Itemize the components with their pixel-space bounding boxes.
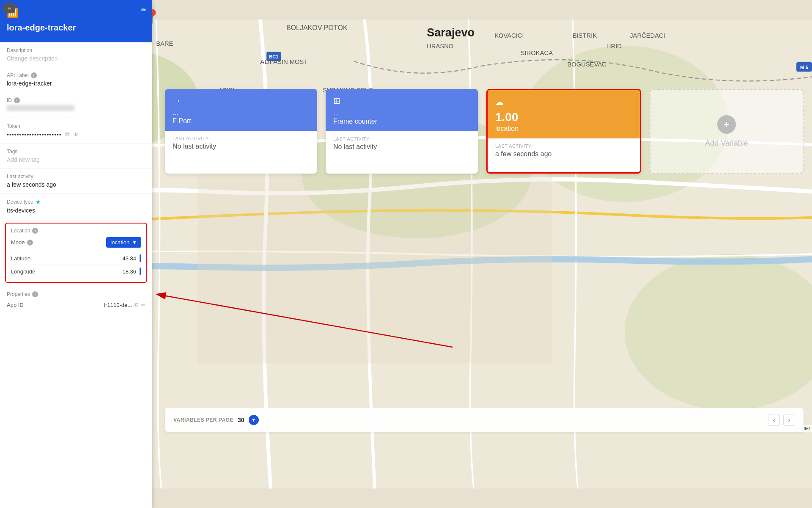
frame-counter-card-body: Last activity: No last activity (326, 131, 478, 156)
svg-text:BARE: BARE (156, 40, 173, 47)
cards-row: → ... F Port Last activity: No last acti… (165, 89, 804, 174)
token-row: •••••••••••••••••••••• ⧉ 👁 (7, 131, 145, 138)
minimize-button[interactable]: ≡ (3, 3, 15, 13)
location-section: Location i Mode i location ▼ Latitude 43… (5, 223, 147, 283)
id-field: ID i (0, 92, 152, 118)
id-label: ID i (7, 97, 145, 103)
mode-info-icon[interactable]: i (27, 240, 33, 246)
location-card-header: ☁ 1.00 location (488, 90, 640, 138)
last-activity-value: a few seconds ago (7, 181, 145, 188)
add-variable-label: Add Variable (705, 139, 748, 148)
fport-card[interactable]: → ... F Port Last activity: No last acti… (165, 89, 317, 174)
location-activity-label: Last activity: (495, 144, 632, 149)
api-label-info-icon[interactable]: i (31, 72, 37, 78)
location-cloud-icon: ☁ (495, 97, 632, 107)
latitude-bar (140, 254, 141, 262)
longitude-bar (140, 268, 141, 275)
svg-text:ALIPASIN MOST: ALIPASIN MOST (260, 58, 307, 65)
api-label-label: API Label i (7, 72, 145, 78)
eye-icon[interactable]: 👁 (73, 131, 79, 138)
frame-counter-dots: ... (333, 109, 470, 117)
per-page-chevron-icon[interactable]: ▼ (249, 415, 259, 425)
id-value-blurred (7, 105, 74, 111)
last-activity-label: Last activity (7, 174, 145, 179)
copy-icon[interactable]: ⧉ (65, 131, 69, 138)
fport-card-header: → ... F Port (165, 89, 317, 131)
app-id-value: lr1110-de... ⧉ ✏ (104, 301, 145, 308)
frame-counter-title: Frame counter (333, 118, 470, 125)
location-activity-value: a few seconds ago (495, 150, 632, 158)
svg-text:BOGUŚEVAC: BOGUŚEVAC (568, 61, 607, 68)
location-card-value: 1.00 (495, 110, 632, 124)
device-type-value: tts-devices (7, 207, 145, 214)
add-tag-input[interactable]: Add new tag (7, 156, 145, 163)
location-info-icon[interactable]: i (32, 228, 38, 234)
fport-activity-value: No last activity (173, 143, 310, 150)
id-info-icon[interactable]: i (14, 97, 20, 103)
fport-title: F Port (173, 117, 310, 125)
sidebar-body: Description Change description API Label… (0, 42, 152, 316)
fport-dots: ... (173, 109, 310, 116)
device-type-label: Device type ★ (7, 199, 145, 205)
svg-text:JARČEDACI: JARČEDACI (630, 32, 665, 39)
svg-text:M-5: M-5 (800, 65, 808, 70)
app-id-copy-icon[interactable]: ⧉ (134, 301, 138, 308)
description-label: Description (7, 47, 145, 53)
properties-info-icon[interactable]: i (32, 291, 38, 297)
location-card-body: Last activity: a few seconds ago (488, 138, 640, 163)
location-mode-label: Mode i (11, 239, 33, 246)
svg-rect-7 (198, 166, 552, 364)
wifi-icon: 📶 (7, 8, 145, 19)
edit-icon[interactable]: ✏ (141, 6, 146, 14)
token-field: Token •••••••••••••••••••••• ⧉ 👁 (0, 118, 152, 144)
latitude-label: Latitude (11, 255, 30, 262)
pagination-prev-button[interactable]: ‹ (768, 414, 780, 426)
properties-label: Properties i (7, 291, 145, 297)
token-label: Token (7, 123, 145, 129)
fport-activity-label: Last activity: (173, 136, 310, 141)
location-mode-row: Mode i location ▼ (11, 237, 141, 248)
frame-counter-card[interactable]: ⊞ ... Frame counter Last activity: No la… (326, 89, 478, 174)
description-placeholder[interactable]: Change description (7, 55, 145, 62)
pagination-next-button[interactable]: › (783, 414, 795, 426)
fport-icon: → (173, 96, 310, 105)
latitude-value: 43.84 (122, 254, 141, 262)
properties-field: Properties i App ID lr1110-de... ⧉ ✏ (0, 286, 152, 316)
device-name: lora-edge-tracker (7, 23, 145, 33)
location-card[interactable]: ☁ 1.00 location Last activity: a few sec… (486, 89, 641, 174)
location-section-label: Location i (11, 228, 141, 234)
device-type-star-icon: ★ (36, 199, 41, 205)
app-id-row: App ID lr1110-de... ⧉ ✏ (7, 299, 145, 311)
pagination-bar: VARIABLES PER PAGE 30 ▼ ‹ › (165, 408, 804, 432)
svg-text:KOVACICI: KOVACICI (494, 32, 524, 39)
per-page-section: VARIABLES PER PAGE 30 ▼ (173, 415, 259, 425)
svg-text:Sarajevo: Sarajevo (427, 26, 475, 39)
sidebar: 📶 ✏ lora-edge-tracker Description Change… (0, 0, 152, 508)
fport-card-body: Last activity: No last activity (165, 131, 317, 155)
frame-counter-card-header: ⊞ ... Frame counter (326, 89, 478, 131)
app-id-edit-icon[interactable]: ✏ (141, 302, 145, 308)
tags-field: Tags Add new tag (0, 144, 152, 168)
location-mode-dropdown[interactable]: location ▼ (106, 237, 141, 248)
per-page-value: 30 (238, 417, 244, 423)
frame-counter-activity-value: No last activity (333, 143, 470, 151)
app-id-label: App ID (7, 302, 24, 308)
per-page-label: VARIABLES PER PAGE (173, 417, 233, 423)
frame-counter-activity-label: Last activity: (333, 136, 470, 141)
longitude-label: Longitude (11, 268, 35, 275)
token-dots: •••••••••••••••••••••• (7, 131, 62, 138)
longitude-row: Longitude 18.36 (11, 265, 141, 278)
api-label-value: lora-edge-tracker (7, 80, 145, 87)
svg-text:HRID: HRID (606, 43, 622, 50)
longitude-value: 18.36 (122, 268, 141, 275)
add-variable-card[interactable]: + Add Variable (650, 89, 804, 174)
api-label-field: API Label i lora-edge-tracker (0, 67, 152, 92)
tags-label: Tags (7, 149, 145, 155)
description-field: Description Change description (0, 42, 152, 67)
dropdown-chevron-icon: ▼ (132, 240, 137, 246)
add-variable-circle: + (717, 115, 736, 134)
device-type-field: Device type ★ tts-devices (0, 193, 152, 219)
svg-text:BISTRIK: BISTRIK (573, 32, 597, 39)
frame-counter-icon: ⊞ (333, 96, 470, 106)
svg-text:SIROKACA: SIROKACA (521, 50, 553, 56)
